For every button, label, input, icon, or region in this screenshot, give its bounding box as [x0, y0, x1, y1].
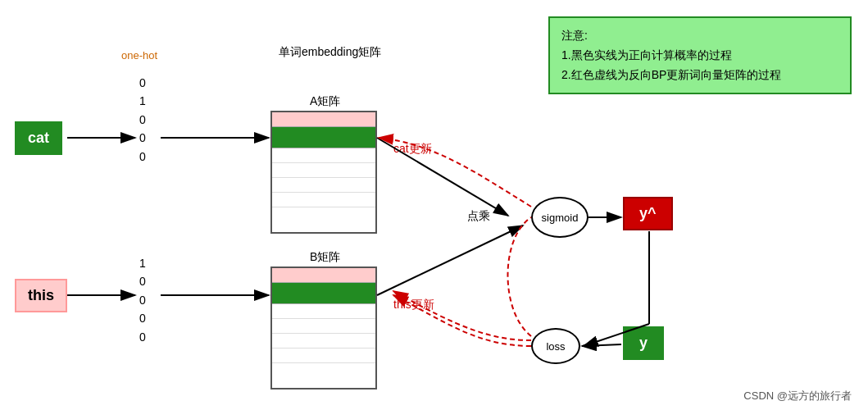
svg-line-8 [377, 226, 523, 295]
notice-title: 注意: [561, 26, 838, 46]
matrix-b-top [272, 268, 375, 283]
vector-cat: 0 1 0 0 0 [139, 74, 146, 166]
notice-box: 注意: 1.黑色实线为正向计算概率的过程 2.红色虚线为反向BP更新词向量矩阵的… [548, 16, 852, 94]
matrix-b [270, 266, 377, 390]
matrix-b-highlighted [272, 283, 375, 304]
embedding-matrix-label: 单词embedding矩阵 [279, 45, 381, 60]
one-hot-label: one-hot [121, 49, 157, 61]
notice-line2: 2.红色虚线为反向BP更新词向量矩阵的过程 [561, 66, 838, 85]
cat-update-label: cat更新 [393, 142, 432, 157]
diagram-container: 注意: 1.黑色实线为正向计算概率的过程 2.红色虚线为反向BP更新词向量矩阵的… [0, 0, 868, 410]
notice-line1: 1.黑色实线为正向计算概率的过程 [561, 46, 838, 66]
watermark: CSDN @远方的旅行者 [743, 389, 852, 403]
this-update-label: this更新 [393, 298, 434, 312]
matrix-a [270, 111, 377, 234]
matrix-a-highlighted [272, 127, 375, 148]
matrix-a-top [272, 112, 375, 127]
y-box: y [623, 326, 664, 360]
matrix-b-label: B矩阵 [310, 250, 340, 265]
matrix-a-label: A矩阵 [310, 94, 340, 109]
y-hat-box: y^ [623, 197, 673, 230]
sigmoid-node: sigmoid [531, 197, 589, 238]
word-cat: cat [15, 121, 62, 155]
word-this: this [15, 279, 67, 312]
svg-line-10 [582, 344, 621, 346]
loss-node: loss [531, 328, 580, 364]
dot-product-label: 点乘 [467, 209, 490, 224]
vector-this: 1 0 0 0 0 [139, 254, 146, 346]
